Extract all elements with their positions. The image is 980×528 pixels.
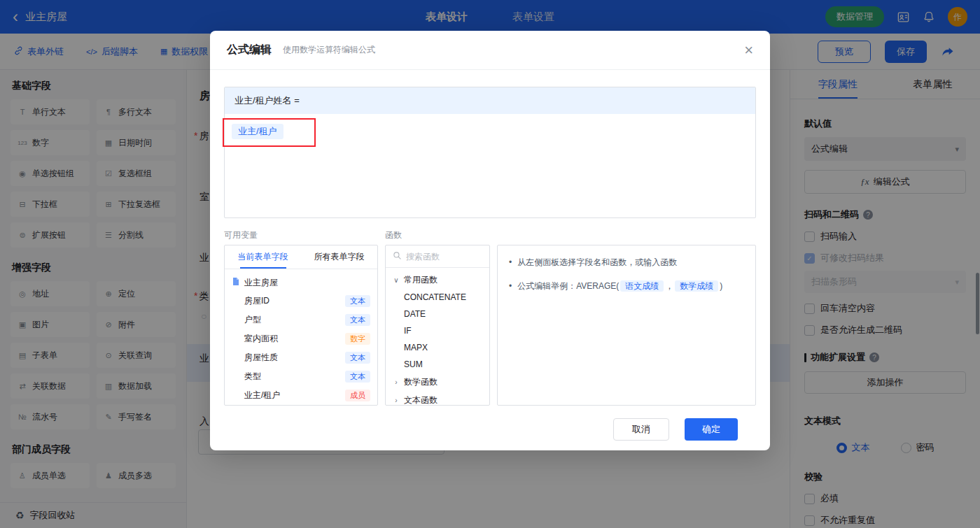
search-icon <box>393 250 402 263</box>
formula-edit-dialog: 公式编辑 使用数学运算符编辑公式 × 业主/租户姓名 = 业主/租户 可用变量 … <box>210 31 770 450</box>
chevron-collapsed-icon: › <box>393 397 400 404</box>
variable-item[interactable]: 房屋ID文本 <box>232 292 370 311</box>
function-item[interactable]: CONCATENATE <box>393 289 482 306</box>
field-type-badge: 文本 <box>345 314 370 326</box>
field-type-badge: 数字 <box>345 333 370 345</box>
function-item[interactable]: SUM <box>393 356 482 373</box>
function-group-math[interactable]: › 数学函数 <box>393 373 482 391</box>
function-group-text[interactable]: › 文本函数 <box>393 391 482 406</box>
dialog-title: 公式编辑 <box>227 43 272 57</box>
bullet-icon: • <box>509 279 512 293</box>
formula-editor: 业主/租户姓名 = 业主/租户 <box>224 87 756 218</box>
function-item[interactable]: IF <box>393 322 482 339</box>
function-search-input[interactable] <box>406 252 476 262</box>
available-variables-label: 可用变量 <box>224 229 385 241</box>
variable-item[interactable]: 业主/租户成员 <box>232 386 370 405</box>
formula-input-area[interactable]: 业主/租户 <box>225 114 755 218</box>
functions-panel: ∨ 常用函数 CONCATENATE DATE IF MAPX SUM › 数学… <box>385 245 490 406</box>
formula-target-bar: 业主/租户姓名 = <box>225 87 755 114</box>
variable-item[interactable]: 室内面积数字 <box>232 329 370 348</box>
variable-item[interactable]: 类型文本 <box>232 367 370 386</box>
functions-label: 函数 <box>385 229 402 241</box>
tab-current-form-fields[interactable]: 当前表单字段 <box>225 245 301 269</box>
field-type-badge: 成员 <box>345 390 370 401</box>
help-example: 公式编辑举例：AVERAGE(语文成绩，数学成绩) <box>517 279 722 293</box>
tab-all-form-fields[interactable]: 所有表单字段 <box>301 245 377 269</box>
cancel-button[interactable]: 取消 <box>613 418 669 441</box>
variables-panel: 当前表单字段 所有表单字段 业主房屋 房屋ID文本 户型文本 室内面积数字 房屋… <box>224 245 378 406</box>
confirm-button[interactable]: 确定 <box>685 418 738 441</box>
field-type-badge: 文本 <box>345 352 370 364</box>
function-group-common[interactable]: ∨ 常用函数 <box>393 271 482 289</box>
dialog-subtitle: 使用数学运算符编辑公式 <box>283 44 375 56</box>
help-panel: • 从左侧面板选择字段名和函数，或输入函数 • 公式编辑举例：AVERAGE(语… <box>497 245 756 406</box>
bullet-icon: • <box>509 255 512 269</box>
variable-item[interactable]: 户型文本 <box>232 311 370 329</box>
chevron-expanded-icon: ∨ <box>393 276 400 284</box>
close-icon[interactable]: × <box>744 43 753 58</box>
example-field-chip: 数学成绩 <box>675 280 718 292</box>
field-type-badge: 文本 <box>345 295 370 307</box>
variable-item[interactable]: 房屋性质文本 <box>232 348 370 367</box>
help-text: 从左侧面板选择字段名和函数，或输入函数 <box>517 255 677 269</box>
field-type-badge: 文本 <box>345 371 370 383</box>
chevron-collapsed-icon: › <box>393 378 400 386</box>
function-item[interactable]: DATE <box>393 306 482 322</box>
example-field-chip: 语文成绩 <box>620 280 664 292</box>
formula-field-chip[interactable]: 业主/租户 <box>232 124 284 139</box>
function-item[interactable]: MAPX <box>393 339 482 356</box>
document-icon <box>232 277 240 288</box>
form-tree-root[interactable]: 业主房屋 <box>232 273 370 292</box>
